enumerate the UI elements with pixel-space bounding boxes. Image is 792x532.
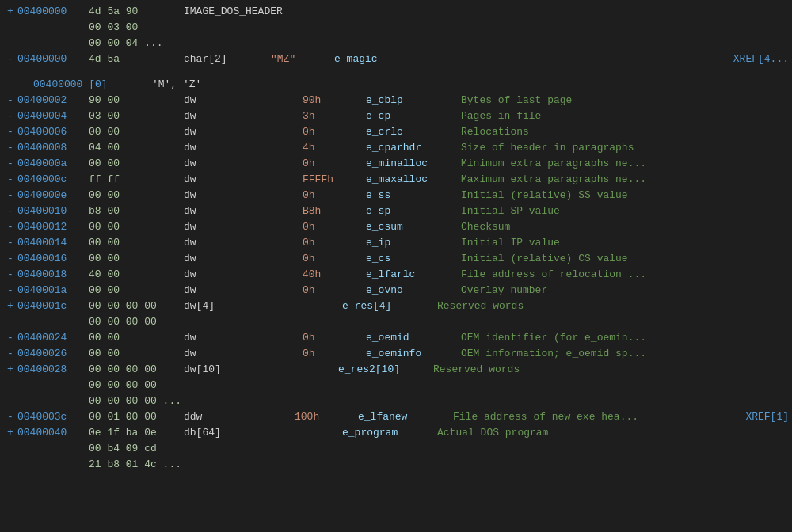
value: 3h — [303, 110, 366, 122]
table-row: 00400000 [0] 'M', 'Z' — [0, 76, 792, 92]
table-row: 00 00 00 00 ... — [0, 393, 792, 408]
expand-icon: - — [3, 284, 17, 296]
field: e_csum — [366, 221, 461, 233]
type: IMAGE_DOS_HEADER — [184, 6, 255, 17]
expand-icon: - — [3, 348, 17, 359]
address: 00400002 — [17, 94, 89, 106]
value: 0h — [303, 253, 366, 264]
value: 100h — [295, 411, 358, 423]
table-row: - 0040000e 00 00 dw 0h e_ss Initial (rel… — [0, 187, 792, 203]
address: 00400006 — [17, 126, 89, 138]
address: 00400040 — [17, 427, 89, 439]
expand-icon[interactable]: - — [3, 53, 17, 65]
comment: Initial (relative) SS value — [461, 189, 789, 201]
expand-icon: - — [3, 142, 17, 154]
table-row: - 00400008 04 00 dw 4h e_cparhdr Size of… — [0, 139, 792, 155]
value: 0h — [303, 237, 366, 249]
bytes: 00 00 00 00 — [89, 379, 184, 391]
comment: OEM information; e_oemid sp... — [461, 348, 789, 359]
address: 00400028 — [17, 363, 89, 375]
table-row: - 00400010 b8 00 dw B8h e_sp Initial SP … — [0, 203, 792, 218]
expand-icon: - — [3, 411, 17, 423]
type: dw — [184, 94, 255, 106]
bytes: 90 00 — [89, 94, 184, 106]
address: 0040000e — [17, 189, 89, 201]
expand-icon[interactable]: + — [3, 6, 17, 17]
value: 0h — [303, 284, 366, 296]
type: dw — [184, 126, 255, 138]
table-row: 00 00 00 00 — [0, 314, 792, 329]
expand-icon: - — [3, 332, 17, 344]
table-row: + 00400040 0e 1f ba 0e db[64] e_program … — [0, 424, 792, 440]
type: dw — [184, 189, 255, 201]
address: 0040001c — [17, 300, 89, 312]
field: e_lfarlc — [366, 268, 461, 280]
value: 0h — [303, 348, 366, 359]
table-row: 00 00 04 ... — [0, 35, 792, 51]
address: 0040003c — [17, 411, 89, 423]
field: e_cs — [366, 253, 461, 264]
table-row: - 00400000 4d 5a char[2] "MZ" e_magic XR… — [0, 51, 792, 66]
bytes: 00 00 — [89, 284, 184, 296]
comment: Initial SP value — [461, 205, 789, 217]
bytes: 00 00 04 ... — [89, 37, 184, 49]
type: dw[4] — [184, 300, 255, 312]
field: e_crlc — [366, 126, 461, 138]
field: e_sp — [366, 205, 461, 217]
table-row: - 0040001a 00 00 dw 0h e_ovno Overlay nu… — [0, 282, 792, 298]
field: e_program — [342, 427, 437, 439]
expand-icon: - — [3, 110, 17, 122]
address: 00400024 — [17, 332, 89, 344]
table-row: - 0040003c 00 01 00 00 ddw 100h e_lfanew… — [0, 408, 792, 424]
table-row: - 00400026 00 00 dw 0h e_oeminfo OEM inf… — [0, 345, 792, 361]
type: ddw — [184, 411, 255, 423]
type: dw — [184, 205, 255, 217]
bytes: 03 00 — [89, 110, 184, 122]
comment: Minimum extra paragraphs ne... — [461, 158, 789, 169]
field: e_minalloc — [366, 158, 461, 169]
comment: Checksum — [461, 221, 789, 233]
field: e_maxalloc — [366, 173, 461, 185]
table-row: - 00400004 03 00 dw 3h e_cp Pages in fil… — [0, 108, 792, 124]
table-row: - 00400006 00 00 dw 0h e_crlc Relocation… — [0, 124, 792, 139]
address: 00400018 — [17, 268, 89, 280]
field: e_ip — [366, 237, 461, 249]
expand-icon: - — [3, 205, 17, 217]
value: 0h — [303, 332, 366, 344]
bytes: 00 00 00 00 — [89, 300, 184, 312]
field: e_cblp — [366, 94, 461, 106]
table-row: 21 b8 01 4c ... — [0, 456, 792, 472]
table-row: - 00400016 00 00 dw 0h e_cs Initial (rel… — [0, 250, 792, 266]
hex-view[interactable]: + 00400000 4d 5a 90 IMAGE_DOS_HEADER 00 … — [0, 0, 792, 532]
address: 0040001a — [17, 284, 89, 296]
expand-icon[interactable]: + — [3, 427, 17, 439]
xref: XREF[4... — [733, 53, 789, 65]
expand-icon: - — [3, 94, 17, 106]
bytes: 00 00 — [89, 221, 184, 233]
expand-icon: - — [3, 237, 17, 249]
type: dw — [184, 173, 255, 185]
value: 90h — [303, 94, 366, 106]
comment: Size of header in paragraphs — [461, 142, 789, 154]
comment: Reserved words — [433, 363, 789, 375]
address: 00400016 — [17, 253, 89, 264]
table-row: + 0040001c 00 00 00 00 dw[4] e_res[4] Re… — [0, 298, 792, 314]
value: 0h — [303, 158, 366, 169]
type: dw — [184, 221, 255, 233]
comment: Maximum extra paragraphs ne... — [461, 173, 789, 185]
type: dw — [184, 110, 255, 122]
value: B8h — [303, 205, 366, 217]
comment: Actual DOS program — [437, 427, 789, 439]
value: "MZ" — [271, 53, 334, 65]
address: 00400026 — [17, 348, 89, 359]
table-row: - 00400012 00 00 dw 0h e_csum Checksum — [0, 218, 792, 234]
expand-icon[interactable]: + — [3, 300, 17, 312]
bytes: 00 00 00 00 — [89, 316, 184, 328]
value: 0h — [303, 189, 366, 201]
expand-icon: - — [3, 126, 17, 138]
expand-icon[interactable]: + — [3, 363, 17, 375]
address: 00400004 — [17, 110, 89, 122]
table-row: 00 00 00 00 — [0, 377, 792, 393]
field: e_res[4] — [342, 300, 437, 312]
type: dw — [184, 332, 255, 344]
